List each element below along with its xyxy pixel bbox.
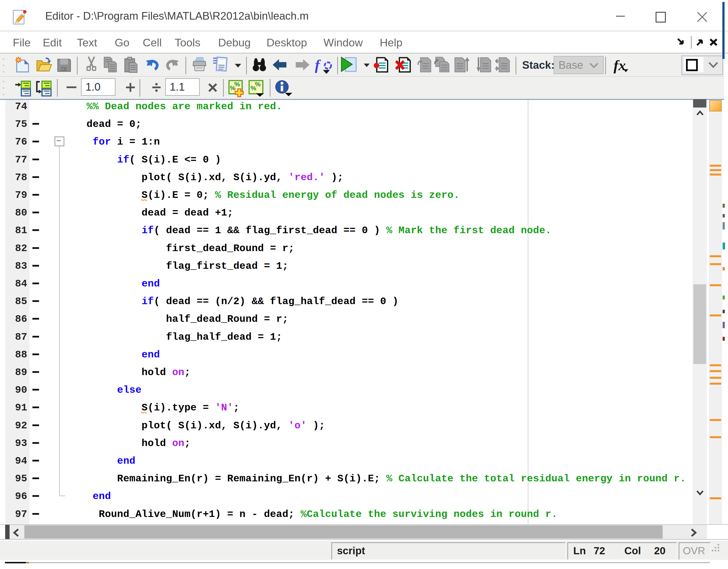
svg-text:%: % [251,84,256,92]
svg-text:%: % [230,84,236,92]
